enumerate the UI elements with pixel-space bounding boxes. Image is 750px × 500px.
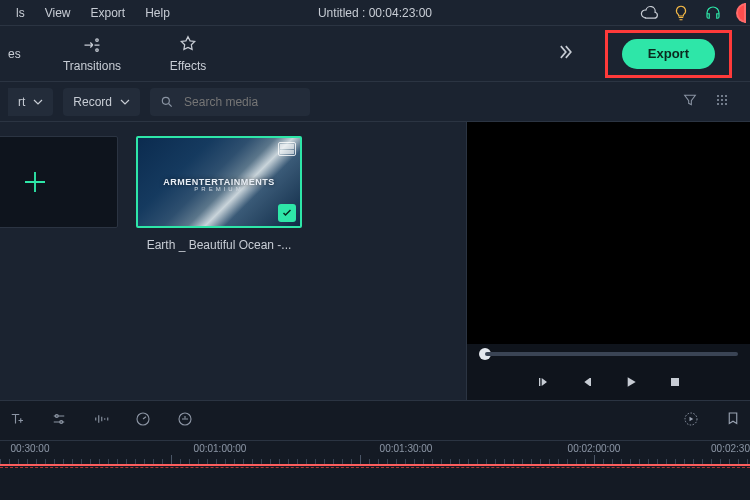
category-tabs: es Transitions Effects Export — [0, 26, 750, 82]
menu-item-export[interactable]: Export — [80, 6, 135, 20]
media-toolbar: rt Record — [0, 82, 750, 122]
tab-transitions[interactable]: Transitions — [44, 35, 140, 73]
lightbulb-icon[interactable] — [672, 4, 690, 22]
play-button[interactable] — [623, 374, 639, 390]
clip-overlay-sub: PREMIUM — [194, 186, 243, 192]
adjust-icon[interactable] — [50, 410, 68, 432]
marker-icon[interactable] — [724, 410, 742, 432]
cloud-icon[interactable] — [640, 4, 658, 22]
search-media[interactable] — [150, 88, 310, 116]
record-dropdown[interactable]: Record — [63, 88, 140, 116]
media-clip-card[interactable]: ARMENTERTAINMENTS PREMIUM Earth _ Beauti… — [136, 136, 302, 252]
svg-point-9 — [717, 102, 719, 104]
svg-point-5 — [725, 94, 727, 96]
media-panel: t Media ARMENTERTAINMENTS PREMIUM Earth … — [0, 122, 466, 400]
import-thumb[interactable] — [0, 136, 118, 228]
search-input[interactable] — [182, 94, 292, 110]
plus-icon — [20, 167, 50, 197]
preview-scrubber[interactable] — [467, 344, 750, 364]
account-avatar-partial[interactable] — [736, 3, 746, 23]
dropdown-label: Record — [73, 95, 112, 109]
menu-item-tools-partial[interactable]: ls — [6, 6, 35, 20]
clip-caption: Earth _ Beautiful Ocean -... — [147, 238, 292, 252]
svg-point-1 — [96, 48, 99, 51]
svg-point-2 — [162, 97, 169, 104]
stop-button[interactable] — [667, 374, 683, 390]
project-title: Untitled : 00:04:23:00 — [318, 6, 432, 20]
next-frame-button[interactable] — [579, 374, 595, 390]
timeline-tracks[interactable] — [0, 464, 750, 500]
added-check-icon — [278, 204, 296, 222]
ruler-label: 00:02:30 — [711, 443, 750, 454]
svg-point-4 — [721, 94, 723, 96]
add-text-icon[interactable] — [8, 410, 26, 432]
export-button[interactable]: Export — [622, 39, 715, 69]
duration-icon[interactable] — [176, 410, 194, 432]
svg-point-10 — [721, 102, 723, 104]
svg-point-3 — [717, 94, 719, 96]
svg-point-11 — [725, 102, 727, 104]
menubar: ls View Export Help Untitled : 00:04:23:… — [0, 0, 750, 26]
timeline-playhead-line — [0, 464, 750, 466]
import-media-card[interactable]: t Media — [0, 136, 118, 252]
filter-icon[interactable] — [682, 92, 698, 112]
chevron-down-icon — [33, 97, 43, 107]
preview-video[interactable] — [467, 122, 750, 344]
chevron-down-icon — [120, 97, 130, 107]
effects-icon — [178, 35, 198, 55]
menu-item-view[interactable]: View — [35, 6, 81, 20]
search-icon — [160, 95, 174, 109]
tabs-more-icon[interactable] — [555, 42, 575, 66]
dropdown-label: rt — [18, 95, 25, 109]
ruler-label: 00:01:00:00 — [194, 443, 247, 454]
ruler-label: 00:30:00 — [11, 443, 50, 454]
timeline-ruler[interactable]: 00:30:0000:01:00:0000:01:30:0000:02:00:0… — [0, 440, 750, 464]
hd-badge-icon — [278, 142, 296, 156]
render-preview-icon[interactable] — [682, 410, 700, 432]
tab-label: es — [8, 47, 21, 61]
preview-panel — [466, 122, 750, 400]
main-area: t Media ARMENTERTAINMENTS PREMIUM Earth … — [0, 122, 750, 400]
tab-label: Transitions — [63, 59, 121, 73]
transitions-icon — [82, 35, 102, 55]
tab-label: Effects — [170, 59, 206, 73]
timeline-toolbar — [0, 400, 750, 440]
audio-eq-icon[interactable] — [92, 410, 110, 432]
svg-point-6 — [717, 98, 719, 100]
svg-point-7 — [721, 98, 723, 100]
prev-frame-button[interactable] — [535, 374, 551, 390]
svg-point-0 — [96, 38, 99, 41]
tab-titles-partial[interactable]: es — [8, 47, 44, 61]
import-dropdown-partial[interactable]: rt — [8, 88, 53, 116]
preview-controls — [467, 364, 750, 400]
svg-point-8 — [725, 98, 727, 100]
speed-icon[interactable] — [134, 410, 152, 432]
headset-icon[interactable] — [704, 4, 722, 22]
menu-item-help[interactable]: Help — [135, 6, 180, 20]
export-highlight: Export — [605, 30, 732, 78]
ruler-label: 00:02:00:00 — [568, 443, 621, 454]
grid-view-icon[interactable] — [714, 92, 730, 112]
ruler-label: 00:01:30:00 — [380, 443, 433, 454]
scrub-track[interactable] — [485, 352, 738, 356]
svg-rect-12 — [671, 378, 679, 386]
clip-thumb[interactable]: ARMENTERTAINMENTS PREMIUM — [136, 136, 302, 228]
tab-effects[interactable]: Effects — [140, 35, 236, 73]
